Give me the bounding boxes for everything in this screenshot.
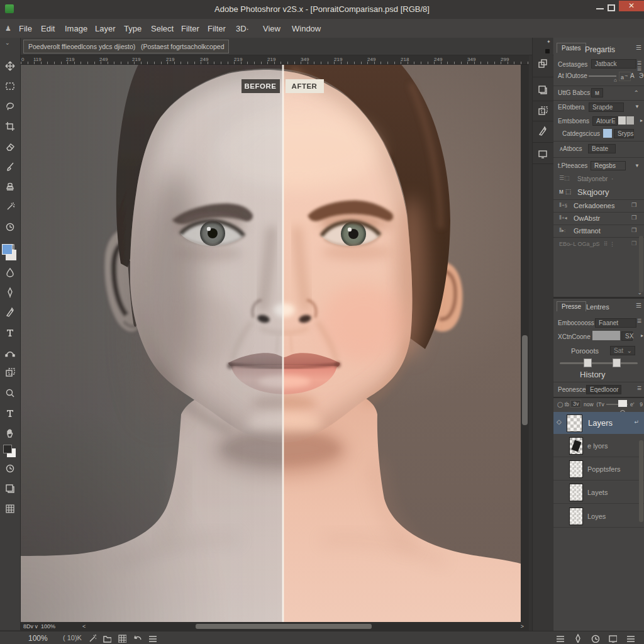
svg-text:AFTER: AFTER bbox=[292, 82, 318, 90]
svg-text:BEFORE: BEFORE bbox=[245, 82, 277, 90]
